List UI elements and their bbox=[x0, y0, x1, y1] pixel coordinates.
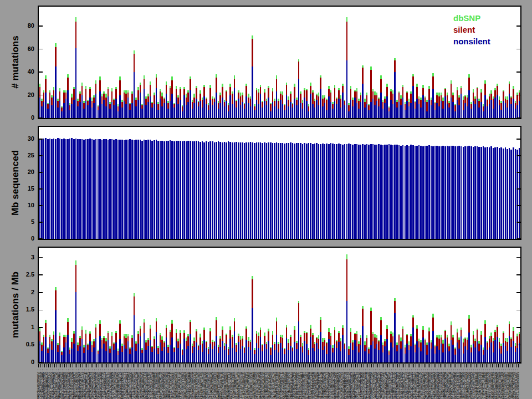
y-tick-label: 40 bbox=[0, 68, 34, 75]
y-tick-label: 2 bbox=[0, 289, 34, 295]
x-axis-sample-label-band: --7SUNVWJ9OPKQ2EMWOHBERX--XF8R7448L23HD1… bbox=[35, 364, 523, 399]
y-tick-label: 1 bbox=[0, 324, 34, 330]
y-tick-label: 1.5 bbox=[0, 306, 34, 313]
mutation-figure: # mutations dbSNP silent nonsilent Mb se… bbox=[0, 0, 532, 399]
y-tick-label: 60 bbox=[0, 45, 34, 52]
panel-mb-sequenced bbox=[38, 126, 521, 240]
y-tick-label: 30 bbox=[0, 135, 34, 142]
y-tick-label: 80 bbox=[0, 22, 34, 29]
legend-item-dbsnp: dbSNP bbox=[453, 12, 490, 24]
y-tick-label: 0.5 bbox=[0, 341, 34, 347]
bars-svg bbox=[39, 248, 520, 362]
bars-svg bbox=[39, 7, 520, 118]
bars-svg bbox=[39, 127, 520, 239]
legend: dbSNP silent nonsilent bbox=[453, 12, 490, 47]
sample-label: --AI09E6IRQZBYF7G4WQIEA9 bbox=[516, 369, 520, 399]
y-tick-label: 20 bbox=[0, 91, 34, 98]
y-tick-label: 25 bbox=[0, 152, 34, 158]
panel-num-mutations bbox=[38, 6, 521, 119]
y-tick-label: 0 bbox=[0, 235, 34, 242]
legend-item-silent: silent bbox=[453, 24, 490, 35]
y-tick-label: 10 bbox=[0, 202, 34, 208]
sample-tick-comb bbox=[35, 364, 523, 369]
panel-mutations-per-mb bbox=[38, 247, 521, 364]
y-tick-label: 2.5 bbox=[0, 271, 34, 278]
y-tick-label: 0 bbox=[0, 114, 34, 121]
y-tick-label: 5 bbox=[0, 218, 34, 225]
ylabel-num-mutations: # mutations bbox=[10, 35, 21, 88]
legend-item-nonsilent: nonsilent bbox=[453, 35, 490, 47]
y-tick-label: 0 bbox=[0, 359, 34, 365]
y-tick-label: 15 bbox=[0, 185, 34, 192]
y-tick-label: 3 bbox=[0, 254, 34, 260]
y-tick-label: 20 bbox=[0, 168, 34, 175]
